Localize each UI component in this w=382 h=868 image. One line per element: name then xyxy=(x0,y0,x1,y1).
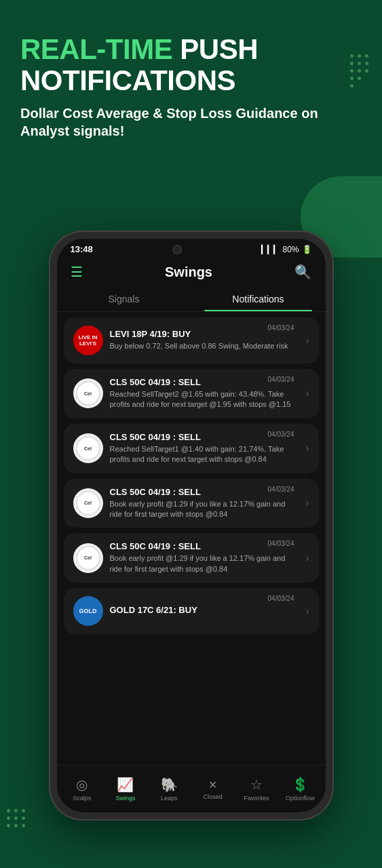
gold-logo: GOLD xyxy=(73,596,103,626)
notification-content: 04/03/24 CLS 50C 04/19 : SELL Book early… xyxy=(110,541,297,574)
scalps-icon: ◎ xyxy=(76,776,88,793)
header-line2: NOTIFICATIONS xyxy=(20,65,341,96)
chevron-right-icon: › xyxy=(305,497,309,509)
celestica-logo: Cel xyxy=(73,543,103,573)
closed-icon: ✕ xyxy=(208,778,217,791)
notification-item[interactable]: GOLD 04/03/24 GOLD 17C 6/21: BUY › xyxy=(64,588,319,634)
notification-body: Buy below 0.72, Sell above 0.86 Swing, M… xyxy=(110,341,297,351)
notification-content: 04/03/24 LEVI 18P 4/19: BUY Buy below 0.… xyxy=(110,329,297,351)
nav-item-leaps[interactable]: 🐘 Leaps xyxy=(147,776,191,802)
phone-outer-frame: 13:48 ▎▎▎ 80% 🔋 ☰ Swings 🔍 Signals xyxy=(49,231,334,821)
chevron-right-icon: › xyxy=(305,334,309,347)
battery-text: 80% xyxy=(282,245,299,254)
nav-item-scalps[interactable]: ◎ Scalps xyxy=(60,776,104,802)
notification-content: 04/03/24 CLS 50C 04/19 : SELL Reached Se… xyxy=(110,377,297,410)
notification-date: 04/03/24 xyxy=(268,540,294,547)
search-icon[interactable]: 🔍 xyxy=(294,264,311,280)
tab-signals[interactable]: Signals xyxy=(57,287,191,311)
notification-title: GOLD 17C 6/21: BUY xyxy=(110,605,297,615)
chevron-right-icon: › xyxy=(305,605,309,617)
notification-body: Reached SellTarget2 @1.65 with gain: 43.… xyxy=(110,389,297,410)
notification-item[interactable]: Cel 04/03/24 CLS 50C 04/19 : SELL Book e… xyxy=(64,479,319,528)
tab-notifications[interactable]: Notifications xyxy=(191,287,326,311)
status-bar: 13:48 ▎▎▎ 80% 🔋 xyxy=(57,239,326,257)
swings-label: Swings xyxy=(115,795,135,802)
notification-item[interactable]: Cel 04/03/24 CLS 50C 04/19 : SELL Reache… xyxy=(64,424,319,473)
scalps-label: Scalps xyxy=(73,795,91,802)
notification-content: 04/03/24 GOLD 17C 6/21: BUY xyxy=(110,605,297,617)
levi-logo: LIVE INLEVI'S xyxy=(73,326,103,355)
notification-item[interactable]: Cel 04/03/24 CLS 50C 04/19 : SELL Book e… xyxy=(64,533,319,583)
celestica-logo: Cel xyxy=(73,433,103,463)
header-highlight-text: REAL-TIME xyxy=(20,33,172,65)
status-time: 13:48 xyxy=(71,244,93,254)
header-subtitle: Dollar Cost Average & Stop Loss Guidance… xyxy=(20,104,341,140)
notification-item[interactable]: Cel 04/03/24 CLS 50C 04/19 : SELL Reache… xyxy=(64,369,319,418)
optionflow-label: Optionflow xyxy=(286,795,315,802)
favorites-icon: ☆ xyxy=(250,776,263,793)
bottom-nav-bar: ◎ Scalps 📈 Swings 🐘 Leaps ✕ Closed ☆ xyxy=(57,765,326,812)
closed-label: Closed xyxy=(204,793,223,800)
nav-item-swings[interactable]: 📈 Swings xyxy=(104,776,147,802)
notification-body: Reached SellTarget1 @1.40 with gain: 21.… xyxy=(110,444,297,465)
notification-date: 04/03/24 xyxy=(268,486,294,493)
notification-date: 04/03/24 xyxy=(268,324,294,332)
notification-body: Book early profit @1.29 if you like a 12… xyxy=(110,553,297,574)
phone-screen: 13:48 ▎▎▎ 80% 🔋 ☰ Swings 🔍 Signals xyxy=(57,239,326,812)
tabs-bar: Signals Notifications xyxy=(57,287,326,312)
notification-item[interactable]: LIVE INLEVI'S 04/03/24 LEVI 18P 4/19: BU… xyxy=(64,317,319,363)
chevron-right-icon: › xyxy=(305,387,309,399)
app-navbar: ☰ Swings 🔍 xyxy=(57,257,326,287)
nav-item-favorites[interactable]: ☆ Favorites xyxy=(235,776,278,802)
nav-item-closed[interactable]: ✕ Closed xyxy=(191,778,234,800)
notification-date: 04/03/24 xyxy=(268,595,294,602)
dots-decoration-bottom xyxy=(7,809,25,827)
app-title: Swings xyxy=(165,264,212,280)
leaps-label: Leaps xyxy=(161,795,178,802)
nav-item-optionflow[interactable]: 💲 Optionflow xyxy=(278,776,322,802)
status-icons: ▎▎▎ 80% 🔋 xyxy=(261,245,311,254)
hamburger-icon[interactable]: ☰ xyxy=(71,264,83,280)
optionflow-icon: 💲 xyxy=(292,776,309,793)
chevron-right-icon: › xyxy=(305,552,309,564)
header-section: REAL-TIME PUSH NOTIFICATIONS Dollar Cost… xyxy=(20,34,341,140)
signal-icon: ▎▎▎ xyxy=(261,245,280,254)
swings-icon: 📈 xyxy=(117,776,134,793)
notification-body: Book early profit @1.29 if you like a 12… xyxy=(110,499,297,520)
battery-icon: 🔋 xyxy=(302,245,312,254)
notification-content: 04/03/24 CLS 50C 04/19 : SELL Book early… xyxy=(110,487,297,520)
dots-decoration-top xyxy=(350,54,368,87)
camera-notch xyxy=(172,245,182,254)
notification-date: 04/03/24 xyxy=(268,431,294,438)
notification-content: 04/03/24 CLS 50C 04/19 : SELL Reached Se… xyxy=(110,432,297,465)
leaps-icon: 🐘 xyxy=(161,776,178,793)
notifications-list: LIVE INLEVI'S 04/03/24 LEVI 18P 4/19: BU… xyxy=(57,312,326,781)
favorites-label: Favorites xyxy=(244,795,269,802)
notification-date: 04/03/24 xyxy=(268,376,294,383)
phone-mockup: 13:48 ▎▎▎ 80% 🔋 ☰ Swings 🔍 Signals xyxy=(49,231,334,821)
celestica-logo: Cel xyxy=(73,488,103,518)
celestica-logo: Cel xyxy=(73,378,103,408)
header-white-text: PUSH xyxy=(172,33,258,65)
chevron-right-icon: › xyxy=(305,442,309,454)
